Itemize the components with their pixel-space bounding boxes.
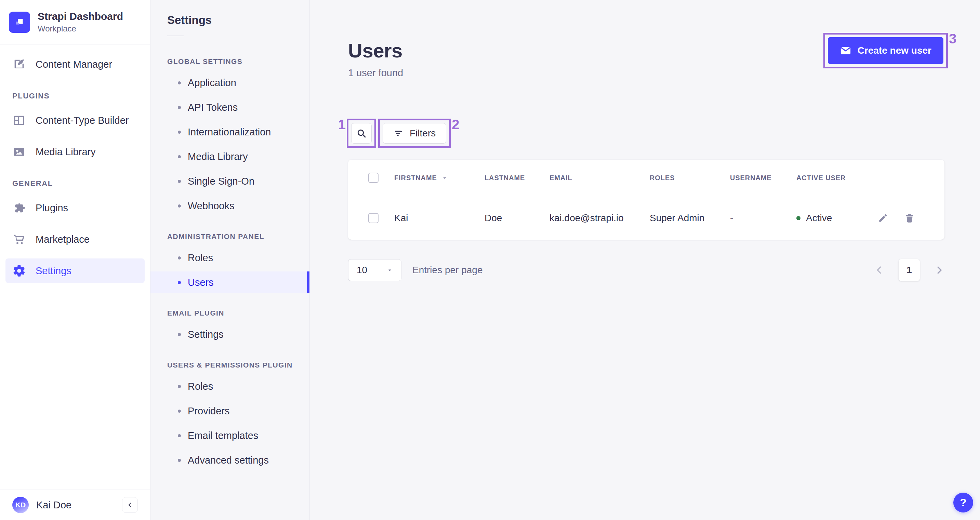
previous-page-icon[interactable]	[874, 265, 884, 275]
subnav-item-label: Roles	[188, 252, 213, 264]
divider	[167, 35, 184, 36]
subnav-item-up-providers[interactable]: Providers	[150, 400, 309, 422]
annotation-label-3: 3	[949, 32, 956, 46]
subnav-section-users-permissions: USERS & PERMISSIONS PLUGIN Roles Provide…	[150, 361, 309, 471]
sidebar-item-marketplace[interactable]: Marketplace	[5, 227, 145, 251]
column-header-roles: ROLES	[650, 174, 730, 182]
subnav-item-label: Internationalization	[188, 127, 271, 138]
annotation-box-1: 1	[347, 119, 376, 148]
select-all-checkbox[interactable]	[368, 173, 379, 183]
brand-title: Strapi Dashboard	[38, 11, 123, 22]
help-button[interactable]: ?	[953, 493, 973, 512]
subnav-item-media-library[interactable]: Media Library	[150, 146, 309, 167]
table-row[interactable]: Kai Doe kai.doe@strapi.io Super Admin - …	[348, 196, 945, 240]
page-number-button[interactable]: 1	[899, 259, 920, 281]
subnav-section-global-settings: GLOBAL SETTINGS Application API Tokens I…	[150, 57, 309, 217]
subnav-item-label: Application	[188, 77, 236, 89]
subnav-item-up-advanced-settings[interactable]: Advanced settings	[150, 449, 309, 471]
search-icon	[356, 128, 367, 139]
filters-button[interactable]: Filters	[383, 123, 446, 143]
annotation-box-3: 3 Create new user	[823, 33, 948, 68]
user-name: Kai Doe	[36, 499, 115, 511]
main-content: Users 1 user found 3 Create new user 1	[310, 0, 980, 520]
status-badge: Active	[806, 213, 832, 224]
create-new-user-label: Create new user	[858, 45, 931, 56]
entries-per-page-select[interactable]: 10	[348, 259, 401, 281]
settings-subnav: Settings GLOBAL SETTINGS Application API…	[150, 0, 310, 520]
user-count: 1 user found	[348, 67, 403, 79]
subnav-item-label: Roles	[188, 381, 213, 392]
layout-icon	[12, 113, 26, 127]
subnav-section-administration-panel: ADMINISTRATION PANEL Roles Users	[150, 232, 309, 293]
pen-icon	[12, 57, 26, 71]
brand-text: Strapi Dashboard Workplace	[38, 11, 123, 33]
subnav-item-label: Email templates	[188, 430, 258, 441]
annotation-box-2: 2 Filters	[378, 119, 451, 148]
search-button[interactable]	[351, 123, 372, 143]
edit-icon[interactable]	[877, 212, 889, 224]
subnav-section-header: EMAIL PLUGIN	[150, 309, 309, 317]
sidebar-user-footer[interactable]: KD Kai Doe	[0, 490, 150, 520]
subnav-section-header: GLOBAL SETTINGS	[150, 57, 309, 66]
sidebar-item-label: Media Library	[35, 146, 96, 157]
image-icon	[12, 145, 26, 159]
delete-icon[interactable]	[904, 212, 915, 224]
chevron-left-icon	[127, 501, 134, 508]
avatar[interactable]: KD	[12, 497, 29, 513]
subnav-item-up-email-templates[interactable]: Email templates	[150, 425, 309, 447]
active-status-dot	[796, 216, 800, 220]
column-header-firstname[interactable]: FIRSTNAME	[394, 174, 485, 182]
sidebar-item-settings[interactable]: Settings	[5, 258, 145, 283]
subnav-item-label: Settings	[188, 329, 224, 340]
subnav-item-email-settings[interactable]: Settings	[150, 323, 309, 345]
entries-per-page-label: Entries per page	[412, 265, 482, 275]
collapse-sidebar-button[interactable]	[122, 497, 138, 513]
sidebar-item-content-manager[interactable]: Content Manager	[5, 52, 145, 76]
cell-email: kai.doe@strapi.io	[549, 213, 650, 224]
subnav-item-internationalization[interactable]: Internationalization	[150, 121, 309, 143]
subnav-item-admin-roles[interactable]: Roles	[150, 247, 309, 269]
cell-firstname: Kai	[394, 213, 485, 224]
subnav-item-api-tokens[interactable]: API Tokens	[150, 96, 309, 118]
nav-section-plugins: PLUGINS	[5, 92, 145, 100]
subnav-item-up-roles[interactable]: Roles	[150, 375, 309, 397]
brand: Strapi Dashboard Workplace	[0, 0, 150, 45]
column-label: FIRSTNAME	[394, 174, 437, 182]
sidebar-item-label: Content Manager	[35, 59, 112, 70]
next-page-icon[interactable]	[934, 265, 945, 275]
subnav-item-admin-users[interactable]: Users	[150, 272, 309, 293]
column-header-username: USERNAME	[730, 174, 796, 182]
subnav-item-webhooks[interactable]: Webhooks	[150, 195, 309, 217]
title-block: Users 1 user found	[348, 39, 403, 79]
filters-label: Filters	[410, 128, 436, 139]
subnav-item-label: Webhooks	[188, 200, 235, 211]
gear-icon	[12, 264, 26, 278]
puzzle-icon	[12, 201, 26, 215]
subnav-item-label: Providers	[188, 406, 230, 417]
sidebar-item-label: Settings	[35, 265, 72, 277]
cell-username: -	[730, 213, 796, 224]
selected-page-size: 10	[356, 265, 367, 275]
main-sidebar: Strapi Dashboard Workplace Content Manag…	[0, 0, 150, 520]
subnav-item-application[interactable]: Application	[150, 72, 309, 94]
sidebar-item-media-library[interactable]: Media Library	[5, 140, 145, 164]
page-size-control: 10 Entries per page	[348, 259, 482, 281]
subnav-item-label: Advanced settings	[188, 455, 269, 466]
cart-icon	[12, 232, 26, 246]
row-checkbox[interactable]	[368, 213, 379, 223]
create-new-user-button[interactable]: Create new user	[828, 37, 943, 64]
subnav-item-single-sign-on[interactable]: Single Sign-On	[150, 170, 309, 192]
sidebar-item-plugins[interactable]: Plugins	[5, 196, 145, 220]
subnav-item-label: Users	[188, 277, 214, 288]
pager: 1	[874, 259, 945, 281]
toolbar: 1 2 Filters	[347, 119, 980, 148]
annotation-label-2: 2	[452, 118, 459, 131]
sidebar-item-content-type-builder[interactable]: Content-Type Builder	[5, 108, 145, 133]
table-header-row: FIRSTNAME LASTNAME EMAIL ROLES USERNAME …	[348, 160, 945, 196]
column-header-email: EMAIL	[549, 174, 650, 182]
sort-descending-icon	[442, 175, 448, 181]
page-title: Users	[348, 39, 403, 62]
sidebar-item-label: Marketplace	[35, 234, 89, 245]
filter-icon	[393, 128, 404, 138]
cell-active-user: Active	[796, 213, 868, 224]
